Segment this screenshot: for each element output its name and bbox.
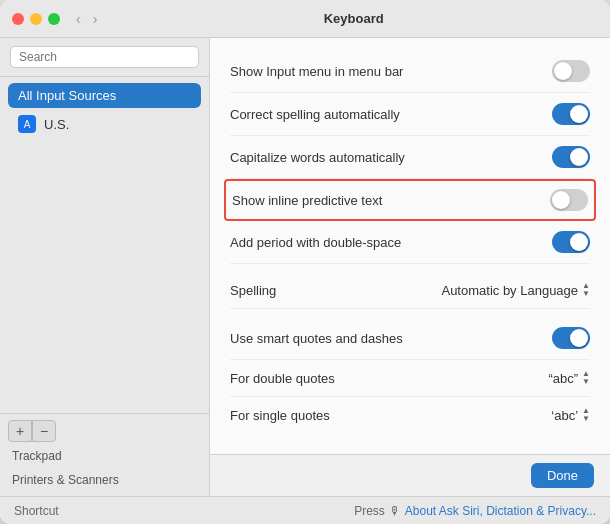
toggle-knob [570,105,588,123]
main-content: All Input Sources A U.S. + − Trackpad Pr… [0,38,610,496]
section-spacer-2 [230,309,590,317]
double-quotes-label: For double quotes [230,371,335,386]
about-link[interactable]: About Ask Siri, Dictation & Privacy... [405,504,596,518]
setting-double-quotes: For double quotes “abc” ▲ ▼ [230,360,590,397]
close-button[interactable] [12,13,24,25]
done-button[interactable]: Done [531,463,594,488]
window-title: Keyboard [109,11,598,26]
show-input-menu-label: Show Input menu in menu bar [230,64,403,79]
maximize-button[interactable] [48,13,60,25]
setting-correct-spelling: Correct spelling automatically [230,93,590,136]
all-input-sources-label: All Input Sources [18,88,116,103]
correct-spelling-label: Correct spelling automatically [230,107,400,122]
sidebar-item-all-input-sources[interactable]: All Input Sources [8,83,201,108]
show-inline-predictive-toggle[interactable] [550,189,588,211]
sidebar-item-trackpad[interactable]: Trackpad [8,446,201,466]
minimize-button[interactable] [30,13,42,25]
right-panel: Show Input menu in menu bar Correct spel… [210,38,610,496]
sidebar: All Input Sources A U.S. + − Trackpad Pr… [0,38,210,496]
spelling-select[interactable]: Automatic by Language ▲ ▼ [441,282,590,298]
spelling-label: Spelling [230,283,276,298]
show-inline-predictive-label: Show inline predictive text [232,193,382,208]
single-quotes-label: For single quotes [230,408,330,423]
sidebar-item-us[interactable]: A U.S. [8,110,201,138]
spelling-value: Automatic by Language [441,283,578,298]
toggle-knob [570,148,588,166]
press-label: Press [354,504,385,518]
toggle-knob [552,191,570,209]
keyboard-window: ‹ › Keyboard All Input Sources A U.S. [0,0,610,524]
back-arrow[interactable]: ‹ [72,9,85,29]
search-bar [0,38,209,77]
spelling-arrows: ▲ ▼ [582,282,590,298]
toggle-knob [554,62,572,80]
setting-spelling: Spelling Automatic by Language ▲ ▼ [230,272,590,309]
double-quotes-select[interactable]: “abc” ▲ ▼ [548,370,590,386]
capitalize-words-label: Capitalize words automatically [230,150,405,165]
show-input-menu-toggle[interactable] [552,60,590,82]
correct-spelling-toggle[interactable] [552,103,590,125]
sidebar-bottom-buttons: + − [8,420,201,442]
sidebar-list: All Input Sources A U.S. [0,77,209,413]
forward-arrow[interactable]: › [89,9,102,29]
bottom-panel: Done [210,454,610,496]
traffic-lights [12,13,60,25]
add-period-label: Add period with double-space [230,235,401,250]
add-period-toggle[interactable] [552,231,590,253]
setting-smart-quotes: Use smart quotes and dashes [230,317,590,360]
setting-single-quotes: For single quotes ‘abc’ ▲ ▼ [230,397,590,433]
setting-add-period: Add period with double-space [230,221,590,264]
nav-arrows: ‹ › [72,9,101,29]
us-label: U.S. [44,117,69,132]
toggle-knob [570,329,588,347]
sidebar-item-printers-scanners[interactable]: Printers & Scanners [8,470,201,490]
add-source-button[interactable]: + [8,420,32,442]
section-spacer-1 [230,264,590,272]
settings-area: Show Input menu in menu bar Correct spel… [210,38,610,454]
search-input[interactable] [10,46,199,68]
setting-show-input-menu: Show Input menu in menu bar [230,50,590,93]
single-quotes-select[interactable]: ‘abc’ ▲ ▼ [551,407,590,423]
mic-icon: 🎙 [389,504,401,518]
double-quotes-arrows: ▲ ▼ [582,370,590,386]
sidebar-bottom: + − Trackpad Printers & Scanners [0,413,209,496]
shortcut-label: Shortcut [14,504,59,518]
toggle-knob [570,233,588,251]
footer-bar: Shortcut Press 🎙 About Ask Siri, Dictati… [0,496,610,524]
setting-capitalize-words: Capitalize words automatically [230,136,590,179]
double-quotes-value: “abc” [548,371,578,386]
single-quotes-value: ‘abc’ [551,408,578,423]
single-quotes-arrows: ▲ ▼ [582,407,590,423]
capitalize-words-toggle[interactable] [552,146,590,168]
remove-source-button[interactable]: − [32,420,56,442]
titlebar: ‹ › Keyboard [0,0,610,38]
setting-show-inline-predictive: Show inline predictive text [224,179,596,221]
us-icon: A [18,115,36,133]
smart-quotes-label: Use smart quotes and dashes [230,331,403,346]
footer-right: Press 🎙 About Ask Siri, Dictation & Priv… [354,504,596,518]
smart-quotes-toggle[interactable] [552,327,590,349]
